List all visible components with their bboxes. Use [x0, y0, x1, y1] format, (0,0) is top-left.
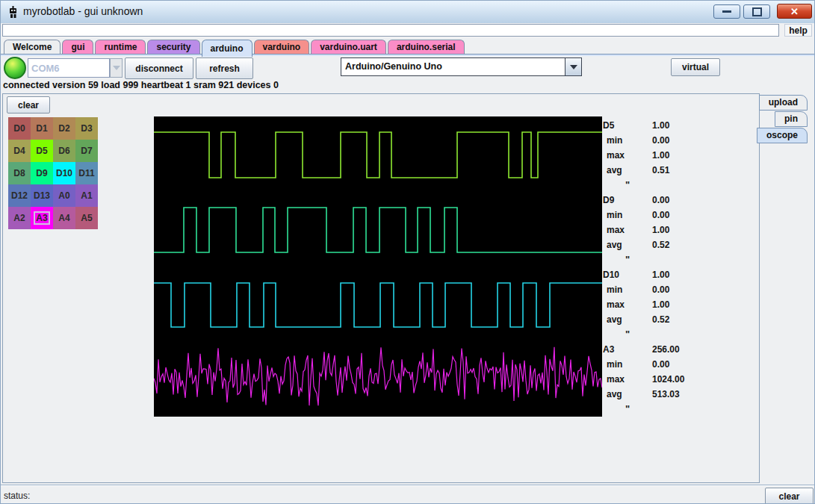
pin-label: D11: [77, 167, 96, 179]
pin-cell-D13[interactable]: D13: [31, 184, 53, 207]
trace-divider-handle[interactable]: ": [625, 404, 752, 416]
pin-cell-D10[interactable]: D10: [53, 162, 75, 184]
virtual-button[interactable]: virtual: [671, 58, 720, 76]
stat-value: 1024.00: [652, 374, 684, 385]
trace-A3: [154, 347, 602, 406]
pin-cell-D4[interactable]: D4: [8, 140, 31, 162]
pin-label: A3: [34, 211, 49, 225]
pin-cell-D8[interactable]: D8: [8, 162, 31, 184]
status-bar: status: clear: [1, 485, 815, 504]
pin-cell-D2[interactable]: D2: [53, 117, 75, 140]
pin-label: D9: [34, 167, 49, 179]
stat-value: 0.00: [652, 284, 669, 295]
trace-divider-handle[interactable]: ": [625, 255, 752, 267]
stat-value: 1.00: [652, 299, 669, 310]
maximize-icon: [752, 7, 762, 16]
maximize-button[interactable]: [743, 4, 770, 19]
tab-varduino[interactable]: varduino: [254, 40, 310, 55]
pin-label: D0: [12, 122, 26, 134]
tab-Welcome[interactable]: Welcome: [4, 40, 61, 55]
help-menu[interactable]: help: [784, 24, 812, 37]
pin-label: D10: [55, 167, 74, 179]
pin-cell-A4[interactable]: A4: [53, 207, 75, 229]
pin-cell-D5[interactable]: D5: [31, 140, 53, 162]
side-tabbar: uploadpinoscope: [757, 95, 808, 144]
stat-value: 1.00: [652, 270, 669, 280]
oscilloscope-display: [154, 116, 602, 417]
oscilloscope-traces: [154, 116, 602, 417]
pin-cell-D6[interactable]: D6: [53, 140, 75, 162]
pin-label: D8: [12, 167, 26, 179]
pin-cell-D0[interactable]: D0: [8, 117, 31, 140]
stat-row: min0.00: [603, 284, 752, 299]
stat-label: max: [603, 225, 652, 235]
pin-cell-A3[interactable]: A3: [31, 207, 53, 229]
pin-cell-D1[interactable]: D1: [31, 117, 53, 140]
stat-label: min: [603, 284, 652, 295]
pin-cell-D9[interactable]: D9: [31, 162, 53, 184]
tab-varduino.uart[interactable]: varduino.uart: [311, 40, 386, 55]
myrobotlab-window: myrobotlab - gui unknown ✕ help Welcomeg…: [0, 0, 815, 504]
stat-label: avg: [603, 240, 652, 250]
pin-cell-A1[interactable]: A1: [75, 184, 98, 207]
board-dropdown-arrow-icon[interactable]: [565, 58, 581, 75]
port-dropdown-arrow-icon[interactable]: [110, 58, 123, 78]
pin-cell-D3[interactable]: D3: [75, 117, 98, 140]
pin-cell-A5[interactable]: A5: [75, 207, 98, 229]
pin-cell-D12[interactable]: D12: [8, 184, 31, 207]
stat-label: D9: [603, 195, 652, 205]
tab-arduino[interactable]: arduino: [202, 40, 252, 57]
stat-label: D10: [603, 270, 652, 280]
tab-arduino.serial[interactable]: arduino.serial: [388, 40, 465, 55]
window-title: myrobotlab - gui unknown: [23, 1, 143, 22]
stat-value: 513.03: [652, 389, 680, 399]
disconnect-button[interactable]: disconnect: [125, 57, 193, 79]
minimize-icon: [722, 10, 731, 13]
stat-group-D9: D90.00min0.00max1.00avg0.52": [603, 195, 752, 267]
stat-value: 0.00: [652, 195, 669, 205]
clear-traces-button[interactable]: clear: [7, 96, 50, 113]
close-icon: ✕: [790, 7, 799, 16]
stat-label: avg: [603, 165, 652, 175]
board-combobox[interactable]: Arduino/Genuino Uno: [341, 57, 582, 76]
stat-label: max: [603, 150, 652, 161]
stat-value: 0.00: [652, 210, 669, 220]
stat-row: min0.00: [603, 210, 752, 225]
stat-label: max: [603, 374, 652, 385]
side-tab-pin[interactable]: pin: [775, 111, 808, 127]
stat-value: 0.52: [652, 240, 669, 250]
stat-value: 1.00: [652, 120, 669, 131]
pin-label: D1: [34, 122, 49, 134]
message-input[interactable]: [2, 24, 779, 37]
side-tab-upload[interactable]: upload: [759, 95, 808, 111]
pin-cell-A0[interactable]: A0: [53, 184, 75, 207]
pin-label: D3: [79, 122, 93, 134]
stat-row: max1.00: [603, 299, 752, 314]
connection-led: [4, 57, 26, 79]
tab-gui[interactable]: gui: [62, 40, 93, 55]
stat-row: D51.00: [603, 120, 752, 135]
pin-label: D2: [57, 122, 71, 134]
close-button[interactable]: ✕: [777, 4, 812, 19]
port-input[interactable]: [28, 58, 110, 78]
tab-runtime[interactable]: runtime: [95, 40, 146, 55]
trace-divider-handle[interactable]: ": [625, 180, 752, 192]
tab-content-edge: [1, 54, 815, 56]
stat-row: A3256.00: [603, 344, 752, 359]
pin-cell-D11[interactable]: D11: [75, 162, 98, 184]
pin-cell-A2[interactable]: A2: [8, 207, 31, 229]
minimize-button[interactable]: [713, 4, 740, 19]
side-tab-oscope[interactable]: oscope: [757, 128, 808, 143]
trace-divider-handle[interactable]: ": [625, 329, 752, 341]
clear-status-button[interactable]: clear: [765, 488, 814, 504]
pin-cell-D7[interactable]: D7: [75, 140, 98, 162]
pin-label: A5: [79, 212, 93, 224]
stat-row: avg0.52: [603, 314, 752, 329]
stat-value: 1.00: [652, 150, 669, 161]
stat-row: avg513.03: [603, 389, 752, 404]
menubar: help: [1, 23, 815, 38]
refresh-button[interactable]: refresh: [196, 57, 253, 79]
pin-label: D13: [32, 190, 52, 202]
stat-label: min: [603, 135, 652, 146]
tab-security[interactable]: security: [147, 40, 199, 55]
